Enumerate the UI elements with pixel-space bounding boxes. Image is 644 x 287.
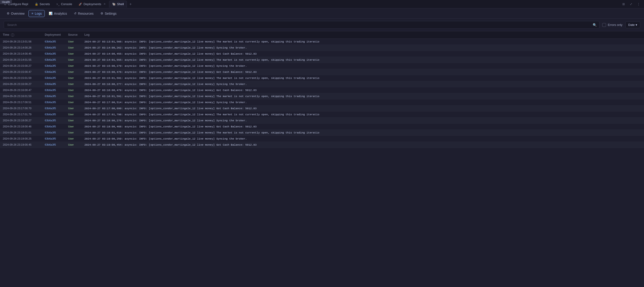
cell-log: 2024-09-27 03:16:01,591: asyncio: INFO: … <box>82 93 644 99</box>
cell-source: User <box>65 130 82 136</box>
cell-time: 2024-09-26 23:14:01.55 <box>0 57 42 63</box>
cell-time: 2024-09-26 23:15:00.47 <box>0 69 42 75</box>
table-row[interactable]: 2024-09-26 23:18:00.2763b6a3f5User2024-0… <box>0 117 644 123</box>
table-row[interactable]: 2024-09-26 23:16:00.4763b6a3f5User2024-0… <box>0 87 644 93</box>
cell-log: 2024-09-27 03:14:00,455: asyncio: INFO: … <box>82 51 644 57</box>
cell-deployment: 63b6a3f5 <box>42 117 65 123</box>
subnav-analytics[interactable]: 📊 Analytics <box>46 10 70 17</box>
split-view-icon[interactable]: ⊞ <box>621 2 626 7</box>
tab-secrets[interactable]: 🔒 Secrets <box>32 1 53 8</box>
cell-time: 2024-09-26 23:14:00.26 <box>0 45 42 51</box>
subnav-logs-label: Logs <box>35 12 42 16</box>
subnav-logs[interactable]: ≡ Logs <box>28 10 45 17</box>
cell-time: 2024-09-26 23:14:00.45 <box>0 51 42 57</box>
cell-deployment: 63b6a3f5 <box>42 93 65 99</box>
subnav-overview[interactable]: ⚙ Overview <box>4 10 28 17</box>
cell-log: 2024-09-27 03:14:01,555: asyncio: INFO: … <box>82 57 644 63</box>
search-icon: 🔍 <box>593 23 597 27</box>
subnav-overview-label: Overview <box>11 12 24 16</box>
table-row[interactable]: 2024-09-26 23:14:00.4563b6a3f5User2024-0… <box>0 51 644 57</box>
col-header-deployment: Deployment <box>42 31 65 39</box>
cell-time: 2024-09-26 23:17:00.70 <box>0 105 42 111</box>
shell-icon: 🐚 <box>112 3 116 6</box>
more-options-icon[interactable]: ⋮ <box>636 2 641 7</box>
chevron-down-icon: ▾ <box>636 23 637 27</box>
subnav-settings[interactable]: ⚙ Settings <box>98 10 120 17</box>
cell-source: User <box>65 45 82 51</box>
cell-time: 2024-09-26 23:18:00.27 <box>0 117 42 123</box>
logs-icon: ≡ <box>32 12 33 15</box>
cell-source: User <box>65 81 82 87</box>
table-row[interactable]: 2024-09-26 23:17:00.7063b6a3f5User2024-0… <box>0 105 644 111</box>
tab-deployments-close[interactable]: ✕ <box>104 3 106 6</box>
secrets-icon: 🔒 <box>35 3 38 6</box>
table-row[interactable]: 2024-09-26 23:16:00.2763b6a3f5User2024-0… <box>0 81 644 87</box>
cell-deployment: 63b6a3f5 <box>42 63 65 69</box>
cell-deployment: 63b6a3f5 <box>42 136 65 142</box>
resources-icon: ↺ <box>74 12 76 15</box>
table-row[interactable]: 2024-09-26 23:17:00.5163b6a3f5User2024-0… <box>0 99 644 105</box>
cell-deployment: 63b6a3f5 <box>42 123 65 130</box>
cell-source: User <box>65 117 82 123</box>
errors-only-container: Errors only <box>602 23 622 27</box>
tab-deployments[interactable]: 🚀 Deployments ✕ <box>76 1 109 8</box>
cell-time: 2024-09-26 23:16:01.59 <box>0 93 42 99</box>
tab-deployments-label: Deployments <box>84 2 101 6</box>
tab-console[interactable]: >_ Console <box>54 1 75 8</box>
cell-source: User <box>65 136 82 142</box>
cell-time: 2024-09-26 23:17:01.79 <box>0 111 42 117</box>
search-input[interactable] <box>4 21 600 29</box>
cell-deployment: 63b6a3f5 <box>42 99 65 105</box>
cell-source: User <box>65 123 82 130</box>
tab-bar: ⚙ Configure Repl 🔒 Secrets >_ Console 🚀 … <box>0 0 644 9</box>
cell-log: 2024-09-27 03:18:00,276: asyncio: INFO: … <box>82 117 644 123</box>
cell-time: 2024-09-26 23:13:01.56 <box>0 39 42 45</box>
table-row[interactable]: 2024-09-26 23:18:01.6163b6a3f5User2024-0… <box>0 130 644 136</box>
table-row[interactable]: 2024-09-26 23:19:00.4563b6a3f5User2024-0… <box>0 142 644 148</box>
tab-shell[interactable]: 🐚 Shell <box>109 1 127 8</box>
cell-source: User <box>65 99 82 105</box>
overview-icon: ⚙ <box>7 12 10 15</box>
cell-source: User <box>65 93 82 99</box>
table-row[interactable]: 2024-09-26 23:15:00.4763b6a3f5User2024-0… <box>0 69 644 75</box>
errors-only-label[interactable]: Errors only <box>608 23 622 27</box>
subnav-resources[interactable]: ↺ Resources <box>71 10 96 17</box>
cell-deployment: 63b6a3f5 <box>42 45 65 51</box>
cell-source: User <box>65 69 82 75</box>
log-table: Time i Deployment Source Log 2024-09-26 … <box>0 31 644 148</box>
table-row[interactable]: 2024-09-26 23:15:01.5963b6a3f5User2024-0… <box>0 75 644 81</box>
cell-time: 2024-09-26 23:19:00.25 <box>0 136 42 142</box>
table-row[interactable]: 2024-09-26 23:15:00.2763b6a3f5User2024-0… <box>0 63 644 69</box>
cell-time: 2024-09-26 23:17:00.51 <box>0 99 42 105</box>
table-row[interactable]: 2024-09-26 23:14:01.5563b6a3f5User2024-0… <box>0 57 644 63</box>
tab-bar-actions: ⊞ ⤢ ⋮ <box>621 2 643 7</box>
errors-only-checkbox[interactable] <box>602 23 606 27</box>
cell-deployment: 63b6a3f5 <box>42 75 65 81</box>
tab-add-button[interactable]: + <box>127 1 134 8</box>
analytics-icon: 📊 <box>49 12 52 15</box>
cell-deployment: 63b6a3f5 <box>42 142 65 148</box>
table-row[interactable]: 2024-09-26 23:17:01.7963b6a3f5User2024-0… <box>0 111 644 117</box>
cell-time: 2024-09-26 23:15:01.59 <box>0 75 42 81</box>
deployments-icon: 🚀 <box>78 3 82 6</box>
cell-log: 2024-09-27 03:14:00,262: asyncio: INFO: … <box>82 45 644 51</box>
cell-source: User <box>65 39 82 45</box>
time-info-icon[interactable]: i <box>11 33 14 37</box>
cell-time: 2024-09-26 23:16:00.27 <box>0 81 42 87</box>
table-row[interactable]: 2024-09-26 23:19:00.2563b6a3f5User2024-0… <box>0 136 644 142</box>
table-row[interactable]: 2024-09-26 23:13:01.5663b6a3f5User2024-0… <box>0 39 644 45</box>
cell-deployment: 63b6a3f5 <box>42 130 65 136</box>
cell-source: User <box>65 105 82 111</box>
cell-log: 2024-09-27 03:16:00,479: asyncio: INFO: … <box>82 87 644 93</box>
expand-icon[interactable]: ⤢ <box>628 2 634 7</box>
cell-log: 2024-09-27 03:17:00,699: asyncio: INFO: … <box>82 105 644 111</box>
table-row[interactable]: 2024-09-26 23:18:00.4663b6a3f5User2024-0… <box>0 123 644 130</box>
log-table-container: Time i Deployment Source Log 2024-09-26 … <box>0 31 644 287</box>
subnav-analytics-label: Analytics <box>54 12 67 16</box>
date-filter-button[interactable]: Date ▾ <box>625 22 640 28</box>
table-row[interactable]: 2024-09-26 23:14:00.2663b6a3f5User2024-0… <box>0 45 644 51</box>
date-filter-label: Date <box>628 23 635 27</box>
tab-shell-label: Shell <box>117 2 124 6</box>
table-row[interactable]: 2024-09-26 23:16:01.5963b6a3f5User2024-0… <box>0 93 644 99</box>
cell-deployment: 63b6a3f5 <box>42 105 65 111</box>
